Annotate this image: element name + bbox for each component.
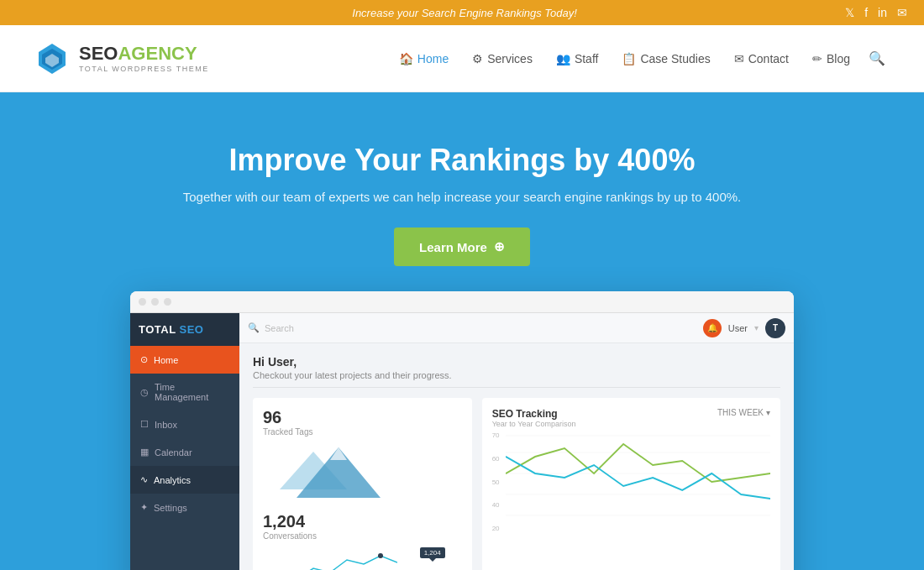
seo-tracking-title: SEO Tracking <box>492 408 576 420</box>
y-label-20: 20 <box>492 525 506 532</box>
sidebar-time-icon: ◷ <box>140 387 149 398</box>
learn-more-button[interactable]: Learn More ⊕ <box>394 227 530 266</box>
services-icon: ⚙ <box>472 52 483 65</box>
home-icon: 🏠 <box>399 52 413 65</box>
sidebar-item-calendar[interactable]: ▦ Calendar <box>130 438 239 466</box>
week-chevron-icon: ▾ <box>766 408 770 417</box>
logo-agency: AGENCY <box>118 43 197 64</box>
conversations-chart: 1,204 <box>263 547 462 570</box>
dashboard-cards: 96 Tracked Tags <box>253 398 780 570</box>
tracked-tags-label: Tracked Tags <box>263 427 462 437</box>
contact-icon: ✉ <box>734 52 744 65</box>
tracked-tags-card: 96 Tracked Tags <box>253 398 472 570</box>
twitter-icon[interactable]: 𝕏 <box>845 6 854 19</box>
sidebar-seo: SEO <box>180 323 204 336</box>
nav-home[interactable]: 🏠 Home <box>389 47 459 71</box>
y-label-40: 40 <box>492 501 506 509</box>
nav-home-label: Home <box>417 52 449 65</box>
arrow-icon: ⊕ <box>494 239 505 254</box>
sidebar-item-settings[interactable]: ✦ Settings <box>130 494 239 521</box>
header: SEOAGENCY TOTAL WORDPRESS THEME 🏠 Home ⚙… <box>0 25 924 92</box>
this-week-label: THIS WEEK <box>717 408 764 417</box>
hero-section: Improve Your Rankings by 400% Together w… <box>0 92 924 570</box>
subtext: Checkout your latest projects and their … <box>253 370 780 388</box>
nav-case-label: Case Studies <box>640 52 710 65</box>
dashboard-body: TOTAL SEO ⊙ Home ◷ Time Management ☐ Inb… <box>130 313 794 570</box>
sidebar-inbox-icon: ☐ <box>140 419 149 430</box>
seo-chart-svg <box>506 431 770 532</box>
seo-tracking-subtitle: Year to Year Comparison <box>492 420 576 428</box>
staff-icon: 👥 <box>556 52 570 65</box>
dashboard-main: 🔍 Search 🔔 User ▾ T Hi User, Checkout yo… <box>239 313 794 570</box>
nav-blog[interactable]: ✏ Blog <box>802 47 860 71</box>
sidebar-item-analytics[interactable]: ∿ Analytics <box>130 466 239 494</box>
sidebar-calendar-label: Calendar <box>155 447 192 458</box>
y-label-60: 60 <box>492 455 506 463</box>
sidebar-item-home[interactable]: ⊙ Home <box>130 346 239 374</box>
titlebar-dot-3 <box>164 298 171 306</box>
logo-seo: SEO <box>79 43 118 64</box>
dashboard-titlebar <box>130 291 794 313</box>
hero-subtitle: Together with our team of experts we can… <box>183 190 742 204</box>
greeting-text: Hi User, <box>253 355 780 369</box>
learn-more-label: Learn More <box>419 240 487 254</box>
dashboard-topbar: 🔍 Search 🔔 User ▾ T <box>239 313 794 343</box>
conversations-value: 1,204 <box>263 512 462 531</box>
dashboard-mockup: TOTAL SEO ⊙ Home ◷ Time Management ☐ Inb… <box>130 291 794 570</box>
hero-title: Improve Your Rankings by 400% <box>229 143 696 178</box>
dashboard-sidebar: TOTAL SEO ⊙ Home ◷ Time Management ☐ Inb… <box>130 313 239 570</box>
facebook-icon[interactable]: f <box>864 6 868 19</box>
case-studies-icon: 📋 <box>622 52 636 65</box>
sidebar-calendar-icon: ▦ <box>140 447 149 458</box>
top-bar-message: Increase your Search Engine Rankings Tod… <box>84 7 845 19</box>
sidebar-settings-label: Settings <box>154 503 187 513</box>
nav-staff[interactable]: 👥 Staff <box>546 47 609 71</box>
sidebar-item-inbox[interactable]: ☐ Inbox <box>130 411 239 438</box>
nav-contact-label: Contact <box>748 52 789 65</box>
nav-services[interactable]: ⚙ Services <box>462 47 543 71</box>
sidebar-home-label: Home <box>154 355 178 365</box>
titlebar-dot-2 <box>151 298 159 306</box>
top-bar-social: 𝕏 f in ✉ <box>845 6 907 19</box>
nav-blog-label: Blog <box>827 52 850 65</box>
sidebar-settings-icon: ✦ <box>140 502 148 513</box>
main-nav: 🏠 Home ⚙ Services 👥 Staff 📋 Case Studies… <box>389 45 890 71</box>
conv-svg <box>263 547 397 570</box>
nav-services-label: Services <box>487 52 533 65</box>
nav-case-studies[interactable]: 📋 Case Studies <box>612 47 720 71</box>
seo-week-selector[interactable]: THIS WEEK ▾ <box>717 408 770 417</box>
chart-y-labels: 70 60 50 40 20 <box>492 431 506 532</box>
y-label-70: 70 <box>492 431 506 439</box>
nav-contact[interactable]: ✉ Contact <box>724 47 799 71</box>
chart-svg-container <box>506 431 770 532</box>
sidebar-home-icon: ⊙ <box>140 354 148 365</box>
user-avatar: T <box>765 318 785 338</box>
sidebar-header: TOTAL SEO <box>130 313 239 346</box>
y-label-50: 50 <box>492 478 506 486</box>
nav-staff-label: Staff <box>575 52 599 65</box>
user-dropdown-icon[interactable]: ▾ <box>754 323 759 332</box>
linkedin-icon[interactable]: in <box>878 6 887 19</box>
search-icon[interactable]: 🔍 <box>864 45 890 71</box>
seo-card-title-area: SEO Tracking Year to Year Comparison <box>492 408 576 428</box>
notification-bell[interactable]: 🔔 <box>703 319 722 337</box>
seo-card-header: SEO Tracking Year to Year Comparison THI… <box>492 408 770 428</box>
user-label: User <box>728 323 748 333</box>
seo-tracking-card: SEO Tracking Year to Year Comparison THI… <box>482 398 780 570</box>
sidebar-time-label: Time Management <box>155 382 229 402</box>
conv-tooltip: 1,204 <box>420 547 445 558</box>
svg-marker-5 <box>330 447 347 460</box>
titlebar-dot-1 <box>139 298 146 306</box>
top-bar: Increase your Search Engine Rankings Tod… <box>0 0 924 25</box>
logo-sub: TOTAL WORDPRESS THEME <box>79 65 209 73</box>
dashboard-search: 🔍 Search <box>248 322 696 333</box>
seo-line-chart: 70 60 50 40 20 <box>492 431 770 532</box>
svg-point-6 <box>378 553 383 558</box>
blog-icon: ✏ <box>812 52 822 65</box>
search-placeholder[interactable]: Search <box>265 323 294 333</box>
logo-diamond-icon <box>34 40 71 77</box>
tracked-tags-value: 96 <box>263 408 462 427</box>
email-icon[interactable]: ✉ <box>897 6 907 19</box>
sidebar-item-time[interactable]: ◷ Time Management <box>130 374 239 411</box>
dashboard-content: Hi User, Checkout your latest projects a… <box>239 343 794 570</box>
